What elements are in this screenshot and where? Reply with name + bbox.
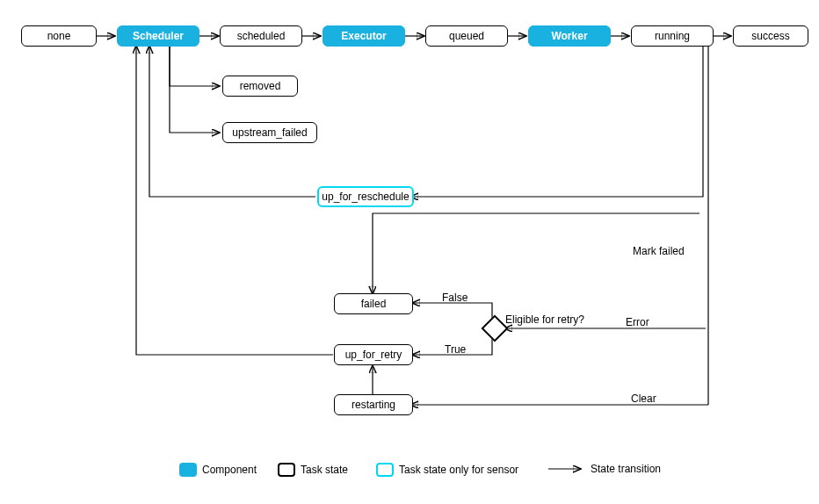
state-restarting: restarting (334, 394, 413, 415)
legend-label-sensor-state: Task state only for sensor (399, 464, 518, 476)
legend-label-state: Task state (301, 464, 348, 476)
legend-swatch-sensor-state (376, 463, 394, 477)
legend-arrow-icon (547, 464, 585, 474)
component-scheduler: Scheduler (117, 25, 199, 47)
edge-label-mark-failed: Mark failed (633, 245, 685, 257)
legend-swatch-component (179, 463, 197, 477)
state-running: running (631, 25, 714, 47)
state-success: success (733, 25, 808, 47)
edge-decision-failed (413, 303, 492, 319)
legend-sensor-state: Task state only for sensor (376, 463, 518, 477)
label-up-for-retry: up_for_retry (345, 349, 402, 361)
component-worker: Worker (528, 25, 611, 47)
edge-scheduler-removed (170, 47, 219, 86)
label-success: success (751, 30, 789, 42)
state-scheduled: scheduled (220, 25, 302, 47)
edge-running-upforreschedule (411, 47, 703, 197)
label-upstream-failed: upstream_failed (232, 126, 307, 139)
legend-label-component: Component (202, 464, 257, 476)
legend-label-transition: State transition (591, 463, 661, 475)
state-removed: removed (222, 76, 298, 97)
edge-scheduler-upstream-failed (170, 47, 219, 133)
label-running: running (655, 30, 690, 42)
decision-eligible-for-retry (481, 314, 508, 342)
label-up-for-reschedule: up_for_reschedule (322, 191, 409, 203)
label-removed: removed (240, 80, 281, 92)
state-up-for-reschedule: up_for_reschedule (317, 186, 414, 207)
legend-component: Component (179, 463, 257, 477)
state-up-for-retry: up_for_retry (334, 344, 413, 365)
state-upstream-failed: upstream_failed (222, 122, 317, 143)
label-decision: Eligible for retry? (505, 313, 584, 326)
label-scheduled: scheduled (237, 30, 286, 42)
legend-state: Task state (278, 463, 348, 477)
label-worker: Worker (551, 30, 587, 42)
state-failed: failed (334, 293, 413, 314)
legend-transition: State transition (547, 463, 661, 475)
component-executor: Executor (323, 25, 405, 47)
edge-label-false: False (442, 292, 467, 304)
state-queued: queued (425, 25, 508, 47)
legend-swatch-state (278, 463, 295, 477)
edge-label-error: Error (626, 316, 649, 328)
label-queued: queued (449, 30, 484, 42)
label-none: none (47, 30, 71, 42)
label-executor: Executor (341, 30, 386, 42)
label-failed: failed (361, 298, 387, 310)
edge-label-true: True (445, 343, 466, 356)
label-scheduler: Scheduler (133, 30, 184, 42)
label-restarting: restarting (352, 399, 395, 411)
state-none: none (21, 25, 97, 47)
edge-label-clear: Clear (631, 392, 656, 405)
